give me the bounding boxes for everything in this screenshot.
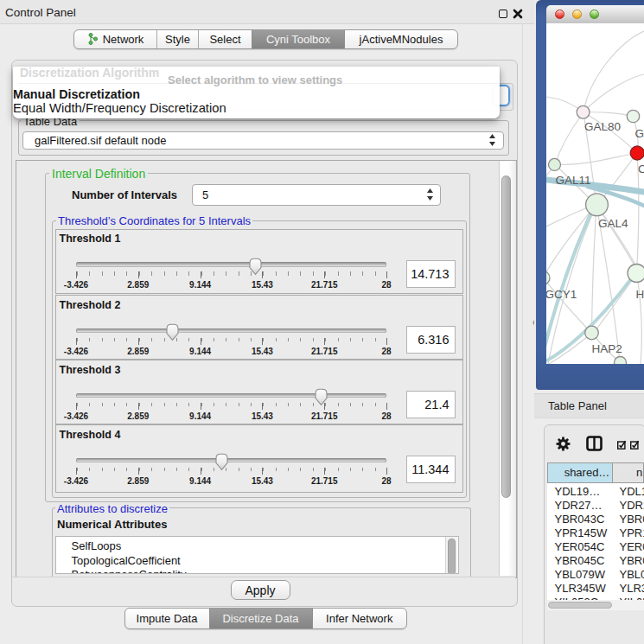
svg-text:GA: GA — [635, 127, 644, 140]
svg-text:GAL11: GAL11 — [556, 174, 591, 187]
svg-text:H: H — [636, 288, 644, 301]
svg-text:GCY1: GCY1 — [546, 288, 577, 301]
svg-text:C: C — [638, 163, 644, 175]
svg-text:GAL80: GAL80 — [584, 120, 621, 133]
svg-text:HAP2: HAP2 — [592, 342, 622, 355]
svg-text:GAL4: GAL4 — [598, 217, 628, 230]
